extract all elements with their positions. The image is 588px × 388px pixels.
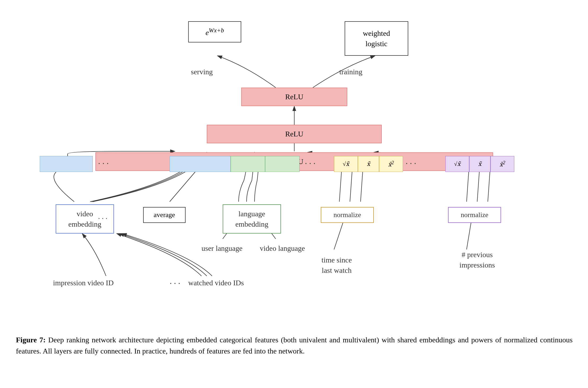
feature-tile-green-1 <box>231 156 265 172</box>
output-exp-label: eWx+b <box>205 27 224 37</box>
dots-feature-3: · · · <box>406 159 416 169</box>
feature-tile-yellow-1: √x̃ <box>334 156 358 172</box>
feature-tile-blue-2 <box>170 156 231 172</box>
label-previous-impressions: # previousimpressions <box>451 249 504 270</box>
label-impression-video-id: impression video ID <box>53 279 114 287</box>
label-watched-video-ids: watched video IDs <box>188 279 244 287</box>
feature-tile-yellow-2: x̃ <box>358 156 379 172</box>
feature-tile-purple-2: x̃ <box>469 156 490 172</box>
label-serving: serving <box>191 68 213 76</box>
caption-figure-label: Figure 7: <box>16 336 46 344</box>
dots-watched-videos: . . . <box>98 212 107 221</box>
feature-tile-yellow-3: x̃2 <box>379 156 403 172</box>
dots-feature-1: · · · <box>98 159 109 169</box>
normalize-purple-box: normalize <box>448 207 501 223</box>
feature-tile-purple-1: √x̃ <box>445 156 469 172</box>
figure-caption: Figure 7: Deep ranking network architect… <box>16 334 573 357</box>
output-exp-box: eWx+b <box>188 21 241 42</box>
average-box: average <box>143 207 186 223</box>
feature-tile-blue-1 <box>40 156 93 172</box>
diagram: ReLU ReLU ReLU eWx+b weightedlogistic se… <box>16 11 573 329</box>
normalize-yellow-box: normalize <box>321 207 374 223</box>
label-video-language: video language <box>260 244 305 253</box>
output-logistic-box: weightedlogistic <box>345 21 408 56</box>
feature-tile-green-2 <box>265 156 300 172</box>
relu-top: ReLU <box>241 88 347 106</box>
label-time-since-last-watch: time sincelast watch <box>313 255 361 275</box>
label-training: training <box>339 68 362 76</box>
dots-feature-2: · · · <box>305 159 315 169</box>
feature-tile-purple-3: x̃2 <box>490 156 514 172</box>
relu-mid: ReLU <box>207 125 382 143</box>
caption-text: Deep ranking network architecture depict… <box>16 336 573 355</box>
output-logistic-label: weightedlogistic <box>363 28 390 49</box>
dots-impression-watched: · · · <box>170 279 180 288</box>
language-embedding-box: languageembedding <box>223 204 281 234</box>
label-user-language: user language <box>201 244 243 253</box>
